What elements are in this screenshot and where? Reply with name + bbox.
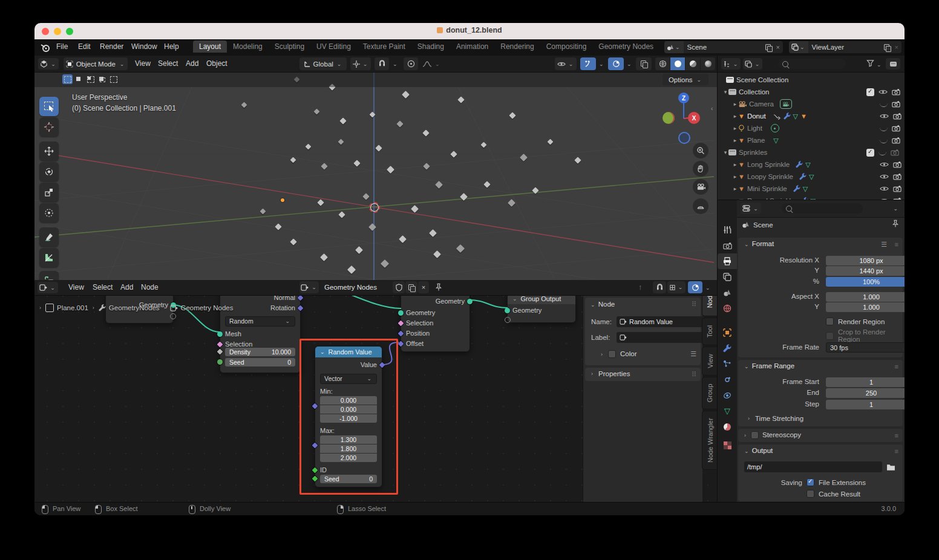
- crop-region-row[interactable]: Crop to Render Region: [826, 328, 903, 343]
- tab-render[interactable]: [718, 238, 737, 253]
- viewport-menu-view[interactable]: View: [135, 59, 151, 68]
- visibility-dropdown[interactable]: ⌄: [555, 57, 577, 70]
- menu-file[interactable]: File: [56, 42, 68, 51]
- snap-toggle[interactable]: [375, 57, 389, 70]
- pan-button[interactable]: [693, 161, 708, 177]
- node-menu-select[interactable]: Select: [93, 283, 113, 291]
- tool-scale[interactable]: [39, 183, 59, 202]
- tab-view-layer[interactable]: [718, 269, 737, 285]
- frame-step-field[interactable]: 1: [826, 400, 905, 409]
- shading-wireframe[interactable]: [655, 57, 670, 70]
- gizmo-y-axis[interactable]: [663, 112, 675, 124]
- filter-chevron[interactable]: ⌄: [877, 62, 882, 68]
- gizmo-z-axis[interactable]: Z: [678, 93, 689, 103]
- show-gizmo-toggle[interactable]: [580, 57, 596, 70]
- proportional-editing-toggle[interactable]: [404, 57, 418, 70]
- menu-edit[interactable]: Edit: [78, 42, 91, 51]
- tool-rotate[interactable]: [39, 162, 59, 181]
- tab-view[interactable]: View: [702, 347, 717, 376]
- collapse-sidebar-arrow[interactable]: ‹: [711, 105, 713, 112]
- scene-name[interactable]: Scene: [684, 44, 764, 51]
- context-scene-label[interactable]: Scene: [753, 221, 773, 229]
- menu-help[interactable]: Help: [164, 42, 179, 51]
- workspace-tab-sculpting[interactable]: Sculpting: [269, 41, 310, 53]
- group-input-virtual-socket[interactable]: [170, 313, 176, 319]
- node-color-checkbox[interactable]: [608, 350, 616, 358]
- render-region-checkbox[interactable]: [826, 317, 834, 325]
- fake-user-shield-button[interactable]: [393, 281, 405, 293]
- tab-node-wrangler[interactable]: Node Wrangler: [702, 411, 717, 470]
- go-to-parent-tree-arrow[interactable]: ↑: [638, 282, 643, 291]
- file-extensions-row[interactable]: File Extensions: [806, 478, 866, 486]
- breadcrumb-nodetree[interactable]: Geometry Nodes: [181, 304, 234, 311]
- mode-selector[interactable]: Object Mode⌄: [64, 57, 128, 70]
- setpos-selection-socket[interactable]: [398, 321, 404, 327]
- xray-toggle[interactable]: [636, 57, 652, 70]
- viewlayer-selector[interactable]: ⌄ ViewLayer ×: [789, 41, 901, 53]
- shading-material[interactable]: [685, 57, 700, 70]
- setpos-position-socket[interactable]: [398, 331, 404, 337]
- distribute-method-dropdown[interactable]: Random⌄: [225, 316, 295, 327]
- unlink-node-tree-button[interactable]: ×: [418, 281, 429, 293]
- new-collection-button[interactable]: [886, 58, 900, 70]
- format-panel-header[interactable]: ⌄ Format: [743, 240, 774, 247]
- eye-open-icon[interactable]: [878, 89, 888, 95]
- workspace-tab-modeling[interactable]: Modeling: [227, 41, 269, 53]
- crop-region-checkbox[interactable]: [826, 332, 834, 340]
- collection-checkbox[interactable]: [866, 88, 874, 96]
- tab-constraints[interactable]: [718, 388, 737, 403]
- cache-result-row[interactable]: Cache Result: [806, 490, 860, 498]
- tab-modifiers[interactable]: [718, 340, 737, 356]
- tab-material[interactable]: [718, 419, 737, 435]
- rotation-socket[interactable]: [298, 305, 304, 311]
- workspace-tab-compositing[interactable]: Compositing: [540, 41, 593, 53]
- node-menu-node[interactable]: Node: [141, 283, 159, 291]
- node-overlays-toggle[interactable]: [688, 281, 702, 293]
- shading-solid[interactable]: [670, 57, 685, 70]
- tab-tool[interactable]: [718, 222, 737, 238]
- viewport-menu-select[interactable]: Select: [158, 59, 178, 68]
- eye-open-icon[interactable]: [880, 161, 889, 168]
- tab-tool[interactable]: Tool: [702, 317, 717, 345]
- viewport-menu-add[interactable]: Add: [186, 59, 198, 68]
- viewport-menu-object[interactable]: Object: [206, 59, 227, 68]
- node-menu-view[interactable]: View: [68, 283, 84, 291]
- tab-world[interactable]: [718, 301, 737, 316]
- resolution-percent-slider[interactable]: 100%: [826, 277, 905, 287]
- snap-options-chevron[interactable]: ⌄: [393, 61, 398, 67]
- workspace-tab-uv-editing[interactable]: UV Editing: [310, 41, 357, 53]
- resolution-y-field[interactable]: 1440 px: [826, 266, 905, 276]
- scene-icon[interactable]: ⌄: [664, 41, 684, 53]
- gizmo-chevron[interactable]: ⌄: [599, 61, 604, 67]
- tab-particles[interactable]: [718, 356, 737, 372]
- gizmo-minus-z-axis[interactable]: [678, 132, 690, 144]
- outliner-type-selector[interactable]: ⌄: [721, 58, 741, 70]
- options-dropdown[interactable]: Options⌄: [663, 74, 708, 85]
- setpos-offset-socket[interactable]: [398, 341, 404, 347]
- perspective-toggle-button[interactable]: [693, 198, 708, 214]
- overlays-chevron[interactable]: ⌄: [627, 61, 632, 67]
- group-output-geometry-socket[interactable]: [505, 308, 510, 313]
- tool-move[interactable]: [39, 142, 59, 161]
- frame-range-header[interactable]: ⌄ Frame Range: [743, 362, 794, 370]
- node-label-field[interactable]: [617, 332, 704, 343]
- eye-closed-icon[interactable]: [880, 138, 888, 143]
- sprinkles-checkbox[interactable]: [866, 149, 874, 157]
- remove-viewlayer-icon[interactable]: ×: [892, 44, 901, 51]
- outliner-row-light[interactable]: ▸ Light: [718, 122, 905, 134]
- viewlayer-icon[interactable]: ⌄: [789, 41, 808, 53]
- workspace-tab-layout[interactable]: Layout: [193, 41, 227, 53]
- distribute-seed-field[interactable]: Seed0: [225, 358, 295, 366]
- select-mode-extend[interactable]: [74, 74, 84, 84]
- properties-panel[interactable]: › Properties ⠿: [585, 368, 701, 381]
- select-mode-set[interactable]: [62, 74, 73, 84]
- workspace-tab-animation[interactable]: Animation: [450, 41, 494, 53]
- group-output-virtual-socket[interactable]: [505, 317, 511, 323]
- frame-end-field[interactable]: 250: [826, 388, 905, 398]
- render-region-row[interactable]: Render Region: [826, 317, 885, 325]
- camera-toggle-icon[interactable]: [893, 161, 901, 168]
- setpos-geometry-in-socket[interactable]: [398, 310, 404, 316]
- filter-funnel-icon[interactable]: [866, 59, 874, 67]
- tab-output[interactable]: [718, 253, 737, 269]
- cache-result-checkbox[interactable]: [806, 490, 814, 498]
